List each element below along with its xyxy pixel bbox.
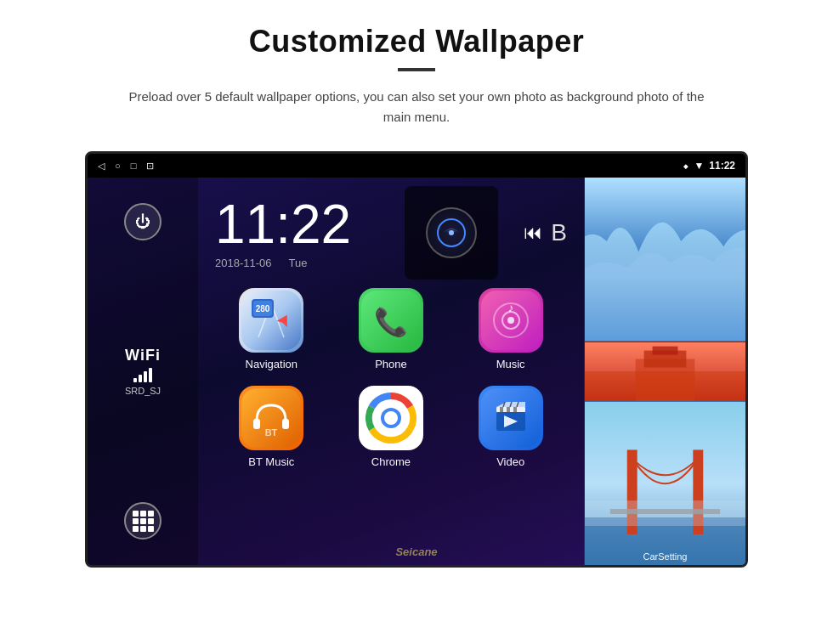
music-app-icon: ♪ (481, 291, 541, 350)
track-label: B (551, 219, 567, 246)
prev-track-icon[interactable]: ⏮ (524, 222, 542, 244)
svg-rect-14 (253, 419, 260, 429)
grid-dot (140, 511, 146, 517)
grid-dot (148, 511, 154, 517)
page-description: Preload over 5 default wallpaper options… (119, 87, 714, 127)
grid-dot (148, 518, 154, 524)
device-frame: ◁ ○ □ ⊡ ⬥ ▼ 11:22 ⏻ WiFi (85, 151, 748, 568)
top-row: 11:22 2018-11-06 Tue (198, 178, 584, 284)
app-video[interactable]: Video (458, 386, 563, 468)
wifi-bar-2 (139, 375, 142, 382)
svg-text:280: 280 (256, 304, 270, 314)
clock-date: 2018-11-06 Tue (215, 257, 392, 269)
status-bar: ◁ ○ □ ⊡ ⬥ ▼ 11:22 (88, 154, 745, 178)
svg-point-19 (384, 411, 398, 425)
car-setting-label[interactable]: CarSetting (585, 551, 745, 562)
grid-dot (140, 518, 146, 524)
video-app-icon (481, 388, 541, 448)
app-music[interactable]: ♪ Music (458, 288, 563, 370)
navigation-icon: 280 (239, 288, 303, 353)
watermark: Seicane (395, 545, 437, 558)
svg-rect-15 (282, 419, 289, 429)
music-label: Music (496, 358, 525, 370)
app-phone[interactable]: 📞 Phone (339, 288, 444, 370)
center-area: 11:22 2018-11-06 Tue (198, 178, 584, 565)
bt-music-label: BT Music (248, 455, 294, 468)
clock-date-value: 2018-11-06 (215, 257, 272, 269)
power-button[interactable]: ⏻ (124, 203, 162, 240)
svg-rect-22 (500, 407, 503, 412)
grid-dot (133, 526, 139, 532)
svg-text:♪: ♪ (507, 301, 513, 314)
svg-rect-23 (507, 407, 510, 412)
chrome-icon (359, 386, 423, 450)
music-icon: ♪ (479, 288, 543, 353)
apps-grid: 280 Navigation (198, 284, 584, 481)
wallpaper-thumb-top[interactable] (585, 178, 745, 342)
phone-icon: 📞 (359, 288, 423, 353)
wifi-ssid: SRD_SJ (125, 386, 161, 396)
bt-app-icon: BT (241, 388, 301, 448)
screenshot-icon: ⊡ (146, 161, 154, 172)
svg-text:BT: BT (265, 427, 278, 438)
square-icon: □ (131, 161, 137, 171)
svg-rect-24 (513, 407, 517, 412)
svg-text:📞: 📞 (374, 306, 408, 338)
wifi-label: WiFi (125, 347, 161, 364)
status-bar-left: ◁ ○ □ ⊡ (98, 161, 154, 172)
wifi-bar-1 (133, 378, 137, 382)
wifi-widget: WiFi SRD_SJ (125, 347, 161, 396)
status-bar-right: ⬥ ▼ 11:22 (683, 160, 735, 172)
phone-app-icon: 📞 (361, 291, 421, 350)
svg-point-11 (507, 317, 514, 324)
bridge-wallpaper (585, 402, 745, 566)
grid-dot (133, 511, 139, 517)
page-title: Customized Wallpaper (249, 24, 585, 59)
media-widget (405, 186, 498, 280)
building-wallpaper (585, 342, 745, 401)
svg-rect-31 (653, 346, 678, 354)
glacier-wallpaper (585, 178, 745, 342)
left-sidebar: ⏻ WiFi SRD_SJ (88, 178, 198, 565)
bt-music-icon: BT (239, 386, 303, 450)
video-label: Video (496, 455, 524, 468)
screen-content: ⏻ WiFi SRD_SJ (88, 178, 745, 565)
apps-button[interactable] (124, 502, 162, 539)
svg-point-1 (449, 230, 454, 235)
apps-grid-icon (133, 511, 154, 532)
svg-rect-13 (241, 388, 301, 448)
wifi-icon: ▼ (694, 160, 704, 172)
svg-rect-37 (585, 500, 745, 526)
wifi-bar-3 (144, 371, 147, 382)
chrome-app-icon (366, 393, 416, 443)
grid-dot (148, 526, 154, 532)
media-controls: ⏮ B (524, 219, 567, 246)
power-icon: ⏻ (135, 213, 150, 231)
wifi-bar-4 (149, 368, 152, 382)
grid-dot (133, 518, 139, 524)
nav-app-icon: 280 (241, 291, 301, 350)
grid-dot (140, 526, 146, 532)
wallpaper-thumb-bottom[interactable]: CarSetting (585, 401, 745, 566)
page-wrapper: Customized Wallpaper Preload over 5 defa… (0, 0, 833, 644)
cast-icon (436, 217, 467, 248)
wallpaper-thumb-middle[interactable] (585, 342, 745, 401)
wifi-bars (133, 368, 152, 382)
back-arrow-icon: ◁ (98, 161, 105, 172)
clock-day-value: Tue (289, 257, 308, 269)
right-panel: CarSetting (584, 178, 745, 565)
title-divider (398, 68, 435, 71)
location-icon: ⬥ (683, 160, 688, 172)
chrome-label: Chrome (371, 455, 411, 468)
phone-label: Phone (375, 358, 407, 370)
app-chrome[interactable]: Chrome (339, 386, 444, 468)
app-navigation[interactable]: 280 Navigation (219, 288, 324, 370)
clock-widget: 11:22 2018-11-06 Tue (215, 197, 392, 269)
media-icon (426, 207, 477, 258)
navigation-label: Navigation (246, 358, 298, 370)
video-icon (479, 386, 543, 450)
status-time: 11:22 (709, 160, 735, 172)
app-bt-music[interactable]: BT BT Music (219, 386, 324, 468)
clock-time: 11:22 (215, 197, 392, 251)
home-circle-icon: ○ (115, 161, 121, 171)
